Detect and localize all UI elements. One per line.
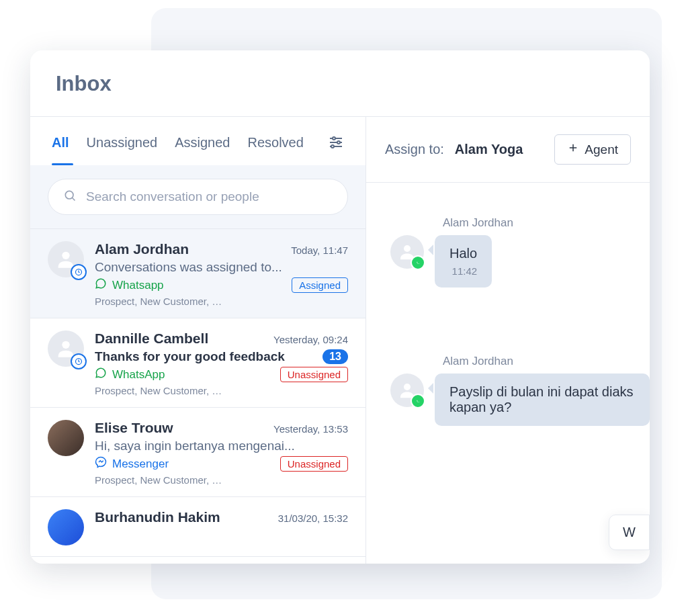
svg-point-15 <box>404 384 411 390</box>
timestamp: Today, 11:47 <box>291 245 348 256</box>
message-time: 11:42 <box>449 265 477 277</box>
assign-label: Assign to: <box>385 142 444 157</box>
message-bubble: Payslip di bulan ini dapat diaks kapan y… <box>435 373 650 426</box>
outgoing-bubble-partial: W <box>609 515 650 550</box>
svg-point-1 <box>333 137 335 140</box>
tab-unassigned[interactable]: Unassigned <box>87 135 158 153</box>
whatsapp-icon <box>95 277 107 293</box>
tags: Prospect, New Customer, … <box>95 296 348 307</box>
message-sender: Alam Jordhan <box>443 216 650 230</box>
svg-point-10 <box>62 341 69 349</box>
chat-panel: Assign to: Alam Yoga Agent Alam Jordhan <box>366 117 650 564</box>
clock-icon <box>71 264 87 280</box>
contact-name: Dannille Cambell <box>95 331 208 347</box>
search-input[interactable] <box>86 189 333 204</box>
conversation-panel: All Unassigned Assigned Resolved <box>30 117 366 564</box>
message-bubble: Halo 11:42 <box>435 235 492 288</box>
assign-row: Assign to: Alam Yoga Agent <box>366 117 650 182</box>
message-text: Payslip di bulan ini dapat diaks kapan y… <box>449 384 635 415</box>
tags: Prospect, New Customer, … <box>95 385 348 396</box>
channel-label: Messenger <box>95 456 169 472</box>
message-group: Alam Jordhan Halo 11:42 <box>390 216 650 288</box>
plus-icon <box>567 142 579 157</box>
search-wrap <box>30 165 366 229</box>
status-badge: Unassigned <box>280 367 348 382</box>
conversation-list: Alam Jordhan Today, 11:47 Conversations … <box>30 229 366 564</box>
avatar <box>390 373 424 407</box>
tab-assigned[interactable]: Assigned <box>175 135 230 153</box>
message-sender: Alam Jordhan <box>443 355 650 368</box>
body: All Unassigned Assigned Resolved <box>30 117 650 564</box>
conversation-item[interactable]: Dannille Cambell Yesterday, 09:24 Thanks… <box>30 318 366 408</box>
message-group: Alam Jordhan Payslip di bulan ini dapat … <box>390 355 650 426</box>
messenger-icon <box>95 456 107 472</box>
add-agent-button[interactable]: Agent <box>554 134 631 165</box>
tab-resolved[interactable]: Resolved <box>247 135 303 153</box>
avatar <box>48 241 84 277</box>
page-title: Inbox <box>56 72 624 96</box>
svg-point-8 <box>62 252 69 259</box>
tab-all[interactable]: All <box>52 135 69 153</box>
channel-label: WhatsApp <box>95 367 165 382</box>
status-badge: Assigned <box>292 277 348 293</box>
svg-point-5 <box>331 145 334 148</box>
contact-name: Burhanudin Hakim <box>95 509 220 525</box>
tags: Prospect, New Customer, … <box>95 474 348 486</box>
tabs-row: All Unassigned Assigned Resolved <box>30 117 366 165</box>
status-badge: Unassigned <box>280 456 348 472</box>
message-preview: Hi, saya ingin bertanya mengenai... <box>95 439 348 453</box>
channel-label: Whatsapp <box>95 277 164 293</box>
timestamp: 31/03/20, 15:32 <box>278 513 348 524</box>
timestamp: Yesterday, 13:53 <box>273 423 348 435</box>
svg-point-6 <box>65 191 73 199</box>
whatsapp-icon <box>411 394 425 408</box>
search-box[interactable] <box>48 179 348 215</box>
whatsapp-icon <box>411 255 425 270</box>
conversation-item[interactable]: Elise Trouw Yesterday, 13:53 Hi, saya in… <box>30 408 366 497</box>
avatar <box>48 420 84 456</box>
contact-name: Alam Jordhan <box>95 241 189 257</box>
header: Inbox <box>30 50 650 117</box>
avatar <box>48 509 84 545</box>
conversation-item[interactable]: Burhanudin Hakim 31/03/20, 15:32 <box>30 497 366 557</box>
avatar <box>390 235 424 269</box>
message-preview: Conversations was assigned to... <box>95 260 348 275</box>
inbox-card: Inbox All Unassigned Assigned Resolved <box>30 50 650 564</box>
clock-icon <box>71 353 87 369</box>
avatar <box>48 331 84 367</box>
contact-name: Elise Trouw <box>95 420 173 436</box>
filter-icon[interactable] <box>328 134 344 153</box>
svg-point-3 <box>337 141 340 144</box>
assignee-name: Alam Yoga <box>455 142 523 157</box>
unread-count: 13 <box>322 349 348 364</box>
chat-area: Alam Jordhan Halo 11:42 Alam Jordhan <box>366 182 650 564</box>
conversation-item[interactable]: Alam Jordhan Today, 11:47 Conversations … <box>30 229 366 318</box>
svg-point-14 <box>404 245 411 252</box>
whatsapp-icon <box>95 367 107 382</box>
message-preview: Thanks for your good feedback 13 <box>95 349 348 364</box>
search-icon <box>63 189 77 205</box>
svg-line-7 <box>73 198 75 201</box>
timestamp: Yesterday, 09:24 <box>273 334 348 345</box>
message-text: Halo <box>449 246 477 261</box>
